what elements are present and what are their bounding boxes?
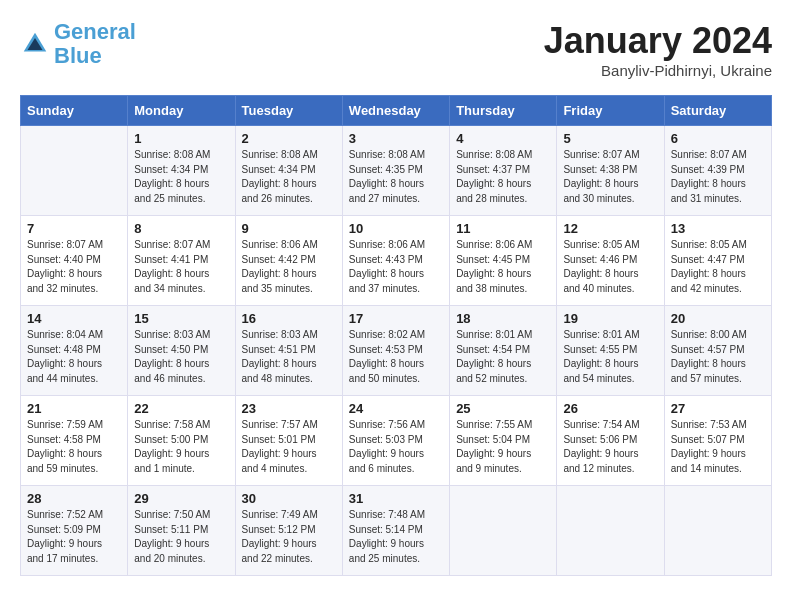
day-number: 29 xyxy=(134,491,228,506)
col-header-tuesday: Tuesday xyxy=(235,96,342,126)
calendar-cell: 4Sunrise: 8:08 AM Sunset: 4:37 PM Daylig… xyxy=(450,126,557,216)
day-info: Sunrise: 8:08 AM Sunset: 4:35 PM Dayligh… xyxy=(349,148,443,206)
day-number: 16 xyxy=(242,311,336,326)
day-info: Sunrise: 8:03 AM Sunset: 4:51 PM Dayligh… xyxy=(242,328,336,386)
day-number: 19 xyxy=(563,311,657,326)
day-number: 20 xyxy=(671,311,765,326)
day-number: 1 xyxy=(134,131,228,146)
calendar-cell: 12Sunrise: 8:05 AM Sunset: 4:46 PM Dayli… xyxy=(557,216,664,306)
day-number: 21 xyxy=(27,401,121,416)
calendar-cell: 10Sunrise: 8:06 AM Sunset: 4:43 PM Dayli… xyxy=(342,216,449,306)
day-number: 28 xyxy=(27,491,121,506)
day-number: 14 xyxy=(27,311,121,326)
day-info: Sunrise: 7:53 AM Sunset: 5:07 PM Dayligh… xyxy=(671,418,765,476)
day-number: 8 xyxy=(134,221,228,236)
day-info: Sunrise: 8:08 AM Sunset: 4:34 PM Dayligh… xyxy=(134,148,228,206)
day-number: 15 xyxy=(134,311,228,326)
day-info: Sunrise: 8:01 AM Sunset: 4:55 PM Dayligh… xyxy=(563,328,657,386)
logo-icon xyxy=(20,29,50,59)
calendar-cell: 26Sunrise: 7:54 AM Sunset: 5:06 PM Dayli… xyxy=(557,396,664,486)
logo: General Blue xyxy=(20,20,136,68)
day-info: Sunrise: 8:06 AM Sunset: 4:43 PM Dayligh… xyxy=(349,238,443,296)
calendar-cell: 3Sunrise: 8:08 AM Sunset: 4:35 PM Daylig… xyxy=(342,126,449,216)
day-info: Sunrise: 7:48 AM Sunset: 5:14 PM Dayligh… xyxy=(349,508,443,566)
calendar-cell: 6Sunrise: 8:07 AM Sunset: 4:39 PM Daylig… xyxy=(664,126,771,216)
calendar-cell: 17Sunrise: 8:02 AM Sunset: 4:53 PM Dayli… xyxy=(342,306,449,396)
calendar-cell: 30Sunrise: 7:49 AM Sunset: 5:12 PM Dayli… xyxy=(235,486,342,576)
day-number: 31 xyxy=(349,491,443,506)
calendar-cell: 8Sunrise: 8:07 AM Sunset: 4:41 PM Daylig… xyxy=(128,216,235,306)
day-number: 2 xyxy=(242,131,336,146)
month-title: January 2024 xyxy=(544,20,772,62)
day-number: 5 xyxy=(563,131,657,146)
col-header-sunday: Sunday xyxy=(21,96,128,126)
day-info: Sunrise: 8:07 AM Sunset: 4:41 PM Dayligh… xyxy=(134,238,228,296)
day-info: Sunrise: 7:58 AM Sunset: 5:00 PM Dayligh… xyxy=(134,418,228,476)
calendar-cell: 5Sunrise: 8:07 AM Sunset: 4:38 PM Daylig… xyxy=(557,126,664,216)
day-info: Sunrise: 8:08 AM Sunset: 4:37 PM Dayligh… xyxy=(456,148,550,206)
day-info: Sunrise: 8:06 AM Sunset: 4:45 PM Dayligh… xyxy=(456,238,550,296)
day-info: Sunrise: 8:07 AM Sunset: 4:40 PM Dayligh… xyxy=(27,238,121,296)
calendar-cell: 15Sunrise: 8:03 AM Sunset: 4:50 PM Dayli… xyxy=(128,306,235,396)
day-info: Sunrise: 7:52 AM Sunset: 5:09 PM Dayligh… xyxy=(27,508,121,566)
day-info: Sunrise: 7:54 AM Sunset: 5:06 PM Dayligh… xyxy=(563,418,657,476)
calendar-cell: 22Sunrise: 7:58 AM Sunset: 5:00 PM Dayli… xyxy=(128,396,235,486)
calendar-cell: 2Sunrise: 8:08 AM Sunset: 4:34 PM Daylig… xyxy=(235,126,342,216)
calendar-cell: 16Sunrise: 8:03 AM Sunset: 4:51 PM Dayli… xyxy=(235,306,342,396)
day-info: Sunrise: 8:05 AM Sunset: 4:46 PM Dayligh… xyxy=(563,238,657,296)
calendar-cell xyxy=(21,126,128,216)
calendar-cell: 7Sunrise: 8:07 AM Sunset: 4:40 PM Daylig… xyxy=(21,216,128,306)
col-header-saturday: Saturday xyxy=(664,96,771,126)
day-info: Sunrise: 8:07 AM Sunset: 4:39 PM Dayligh… xyxy=(671,148,765,206)
day-number: 27 xyxy=(671,401,765,416)
calendar-cell: 1Sunrise: 8:08 AM Sunset: 4:34 PM Daylig… xyxy=(128,126,235,216)
day-number: 22 xyxy=(134,401,228,416)
calendar-cell: 25Sunrise: 7:55 AM Sunset: 5:04 PM Dayli… xyxy=(450,396,557,486)
day-info: Sunrise: 8:07 AM Sunset: 4:38 PM Dayligh… xyxy=(563,148,657,206)
calendar-cell: 27Sunrise: 7:53 AM Sunset: 5:07 PM Dayli… xyxy=(664,396,771,486)
calendar-week-row: 7Sunrise: 8:07 AM Sunset: 4:40 PM Daylig… xyxy=(21,216,772,306)
col-header-thursday: Thursday xyxy=(450,96,557,126)
day-info: Sunrise: 8:08 AM Sunset: 4:34 PM Dayligh… xyxy=(242,148,336,206)
calendar-cell: 28Sunrise: 7:52 AM Sunset: 5:09 PM Dayli… xyxy=(21,486,128,576)
calendar-cell: 14Sunrise: 8:04 AM Sunset: 4:48 PM Dayli… xyxy=(21,306,128,396)
calendar-cell: 19Sunrise: 8:01 AM Sunset: 4:55 PM Dayli… xyxy=(557,306,664,396)
day-number: 25 xyxy=(456,401,550,416)
col-header-monday: Monday xyxy=(128,96,235,126)
calendar-week-row: 1Sunrise: 8:08 AM Sunset: 4:34 PM Daylig… xyxy=(21,126,772,216)
day-info: Sunrise: 7:50 AM Sunset: 5:11 PM Dayligh… xyxy=(134,508,228,566)
day-info: Sunrise: 8:04 AM Sunset: 4:48 PM Dayligh… xyxy=(27,328,121,386)
day-number: 18 xyxy=(456,311,550,326)
day-info: Sunrise: 7:56 AM Sunset: 5:03 PM Dayligh… xyxy=(349,418,443,476)
page-header: General Blue January 2024 Banyliv-Pidhir… xyxy=(20,20,772,79)
day-info: Sunrise: 8:00 AM Sunset: 4:57 PM Dayligh… xyxy=(671,328,765,386)
day-info: Sunrise: 8:03 AM Sunset: 4:50 PM Dayligh… xyxy=(134,328,228,386)
calendar-cell: 29Sunrise: 7:50 AM Sunset: 5:11 PM Dayli… xyxy=(128,486,235,576)
day-info: Sunrise: 8:05 AM Sunset: 4:47 PM Dayligh… xyxy=(671,238,765,296)
col-header-wednesday: Wednesday xyxy=(342,96,449,126)
day-number: 26 xyxy=(563,401,657,416)
calendar-cell: 23Sunrise: 7:57 AM Sunset: 5:01 PM Dayli… xyxy=(235,396,342,486)
calendar-table: SundayMondayTuesdayWednesdayThursdayFrid… xyxy=(20,95,772,576)
day-info: Sunrise: 7:55 AM Sunset: 5:04 PM Dayligh… xyxy=(456,418,550,476)
day-number: 6 xyxy=(671,131,765,146)
calendar-cell: 11Sunrise: 8:06 AM Sunset: 4:45 PM Dayli… xyxy=(450,216,557,306)
calendar-cell: 18Sunrise: 8:01 AM Sunset: 4:54 PM Dayli… xyxy=(450,306,557,396)
calendar-cell: 24Sunrise: 7:56 AM Sunset: 5:03 PM Dayli… xyxy=(342,396,449,486)
calendar-cell: 20Sunrise: 8:00 AM Sunset: 4:57 PM Dayli… xyxy=(664,306,771,396)
calendar-week-row: 14Sunrise: 8:04 AM Sunset: 4:48 PM Dayli… xyxy=(21,306,772,396)
day-number: 3 xyxy=(349,131,443,146)
day-number: 17 xyxy=(349,311,443,326)
day-info: Sunrise: 7:59 AM Sunset: 4:58 PM Dayligh… xyxy=(27,418,121,476)
day-number: 11 xyxy=(456,221,550,236)
day-info: Sunrise: 8:06 AM Sunset: 4:42 PM Dayligh… xyxy=(242,238,336,296)
day-number: 23 xyxy=(242,401,336,416)
calendar-cell xyxy=(664,486,771,576)
day-number: 4 xyxy=(456,131,550,146)
day-info: Sunrise: 7:57 AM Sunset: 5:01 PM Dayligh… xyxy=(242,418,336,476)
col-header-friday: Friday xyxy=(557,96,664,126)
calendar-cell xyxy=(557,486,664,576)
calendar-cell xyxy=(450,486,557,576)
location-subtitle: Banyliv-Pidhirnyi, Ukraine xyxy=(544,62,772,79)
day-number: 10 xyxy=(349,221,443,236)
